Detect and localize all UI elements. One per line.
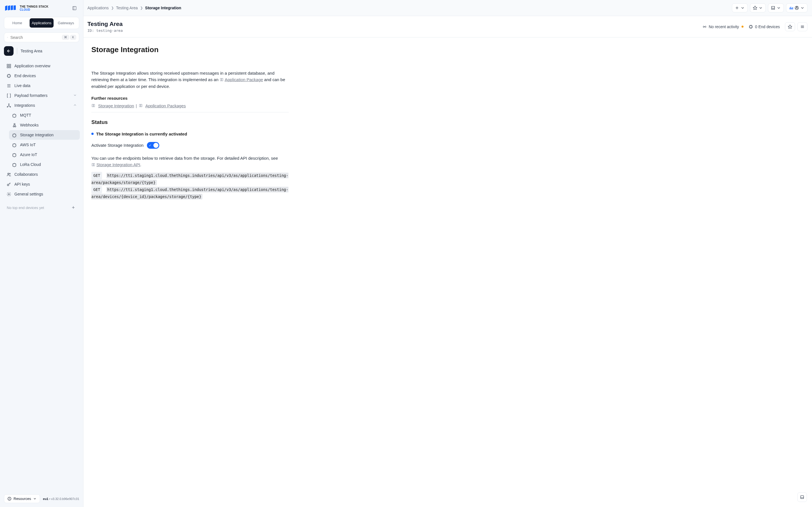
nav-general-settings[interactable]: General settings — [3, 189, 80, 199]
nav-label: End devices — [14, 73, 36, 78]
chevron-down-icon — [741, 6, 745, 10]
divider — [91, 112, 289, 112]
nav-integrations[interactable]: Integrations — [3, 101, 80, 110]
nav-lora-cloud[interactable]: LoRa Cloud — [9, 160, 80, 169]
puzzle-icon — [12, 132, 17, 137]
tab-applications[interactable]: Applications — [30, 18, 53, 27]
chevron-down-icon — [800, 6, 805, 10]
star-icon — [788, 24, 792, 29]
nav-mqtt[interactable]: MQTT — [9, 110, 80, 120]
account-button[interactable] — [786, 3, 808, 12]
nav-aws-iot[interactable]: AWS IoT — [9, 140, 80, 150]
puzzle-icon — [12, 142, 17, 147]
chevron-up-icon — [73, 103, 77, 108]
nav-overview[interactable]: Application overview — [3, 61, 80, 71]
list-icon — [6, 83, 11, 88]
collapse-sidebar-button[interactable] — [71, 4, 78, 12]
book-icon — [91, 104, 95, 108]
storage-integration-link[interactable]: Storage Integration — [98, 103, 134, 108]
svg-line-25 — [8, 106, 9, 107]
header-title: Testing Area — [87, 20, 123, 27]
tab-gateways[interactable]: Gateways — [54, 18, 78, 27]
svg-rect-42 — [790, 8, 790, 10]
application-package-link[interactable]: Application Package — [225, 77, 263, 82]
sidebar-nav: Application overview End devices Live da… — [0, 61, 83, 492]
http-method: GET — [91, 186, 102, 193]
panel-bottom-icon — [800, 495, 804, 499]
svg-point-35 — [8, 193, 9, 194]
nav-payload-formatters[interactable]: Payload formatters — [3, 91, 80, 100]
help-fab-button[interactable] — [797, 492, 807, 502]
topbar-actions — [732, 3, 808, 12]
nav-webhooks[interactable]: Webhooks — [9, 120, 80, 130]
nav-label: Collaborators — [14, 172, 38, 177]
status-text: The Storage Integration is currently act… — [96, 131, 187, 136]
page-header: Testing Area ID: testing-area No recent … — [84, 16, 812, 38]
nav-storage-integration[interactable]: Storage Integration — [9, 130, 80, 140]
endpoints-intro: You can use the endpoints below to retri… — [91, 155, 289, 168]
nav-label: General settings — [14, 192, 43, 196]
svg-rect-45 — [793, 7, 793, 9]
application-packages-link[interactable]: Application Packages — [146, 103, 186, 108]
nav-api-keys[interactable]: API keys — [3, 179, 80, 189]
svg-line-26 — [9, 106, 10, 107]
svg-line-34 — [10, 183, 10, 184]
status-row: The Storage Integration is currently act… — [91, 131, 289, 136]
nav-label: Storage Integration — [20, 133, 54, 137]
resources-button[interactable]: Resources — [4, 494, 40, 503]
status-dot-icon — [91, 133, 94, 135]
further-resources-heading: Further resources — [91, 96, 289, 101]
nav-collaborators[interactable]: Collaborators — [3, 170, 80, 179]
nav-label: API keys — [14, 182, 30, 186]
star-button[interactable] — [750, 3, 766, 12]
chevron-right-icon: ❯ — [111, 6, 114, 10]
svg-point-31 — [9, 173, 10, 174]
brand-left[interactable]: THE THINGS STACK CLOUD — [5, 5, 49, 11]
search-box[interactable]: ⌘ K — [4, 33, 79, 42]
nav-live-data[interactable]: Live data — [3, 81, 80, 91]
svg-point-2 — [7, 37, 8, 38]
menu-button[interactable] — [797, 22, 808, 31]
back-button[interactable] — [4, 46, 13, 56]
plus-icon — [735, 6, 739, 10]
nav-azure-iot[interactable]: Azure IoT — [9, 150, 80, 159]
svg-rect-0 — [73, 6, 76, 10]
endpoint-url: https://tti.staging1.cloud.thethings.ind… — [91, 187, 289, 200]
crumb-current: Storage Integration — [145, 6, 181, 10]
nav-label: Payload formatters — [14, 93, 48, 98]
favorite-button[interactable] — [785, 22, 795, 31]
svg-rect-8 — [9, 66, 10, 68]
add-button[interactable] — [732, 3, 748, 12]
crumb-applications[interactable]: Applications — [87, 6, 109, 10]
add-device-button[interactable]: + — [70, 205, 77, 211]
chevron-down-icon — [73, 93, 77, 98]
puzzle-icon — [12, 162, 17, 167]
content-area: Storage Integration The Storage Integrat… — [84, 38, 812, 507]
context-row: Testing Area — [4, 46, 79, 56]
nav-label: Application overview — [14, 64, 50, 68]
chevron-right-icon: ❯ — [140, 6, 143, 10]
brand-header: THE THINGS STACK CLOUD — [0, 0, 83, 15]
svg-rect-43 — [791, 7, 791, 9]
inbox-icon — [771, 6, 775, 10]
context-name[interactable]: Testing Area — [20, 49, 42, 53]
inbox-button[interactable] — [768, 3, 784, 12]
status-dot-icon — [742, 25, 744, 27]
nav-label: Webhooks — [20, 123, 39, 127]
sidebar: THE THINGS STACK CLOUD Home Applications… — [0, 0, 84, 507]
crumb-app[interactable]: Testing Area — [116, 6, 138, 10]
search-input[interactable] — [10, 35, 60, 40]
search-shortcut: ⌘ K — [62, 35, 76, 40]
top-devices-section: No top end devices yet + — [3, 202, 80, 213]
nav-end-devices[interactable]: End devices — [3, 71, 80, 80]
svg-marker-41 — [753, 6, 757, 10]
brackets-icon — [6, 93, 11, 98]
storage-api-link[interactable]: Storage Integration API — [96, 162, 140, 167]
page-title: Storage Integration — [91, 45, 289, 54]
activate-toggle[interactable]: ✓ — [147, 142, 159, 149]
panel-icon — [72, 6, 77, 10]
svg-rect-5 — [7, 64, 8, 66]
tab-home[interactable]: Home — [5, 18, 29, 27]
chip-icon — [749, 24, 753, 29]
device-count: 0 End devices — [749, 24, 780, 29]
